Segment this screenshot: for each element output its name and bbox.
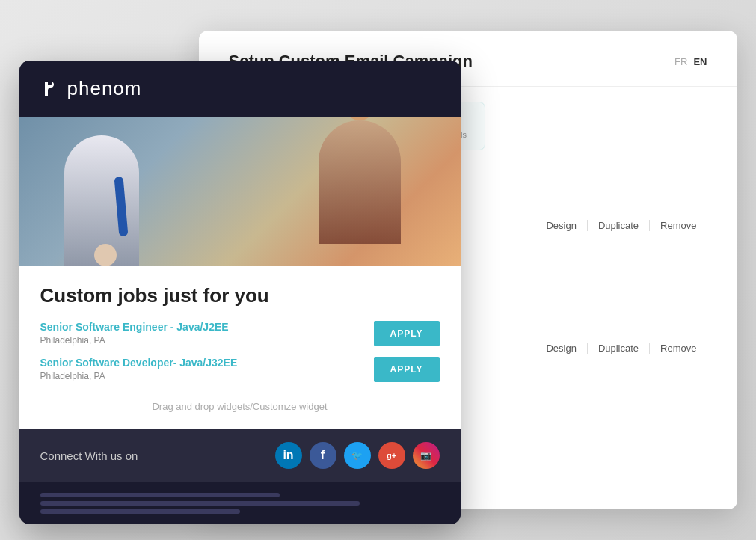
apply-button-1[interactable]: APPLY	[374, 321, 440, 346]
lang-switcher[interactable]: FR EN	[674, 56, 707, 67]
scene: Setup Custom Email Campaign FR EN ⏳ 3 Da…	[19, 16, 737, 524]
footer-line-2	[40, 501, 360, 506]
job-title-1: Senior Software Engineer - Java/J2EE	[40, 321, 229, 333]
phenom-p-icon	[40, 79, 61, 99]
footer-line-1	[40, 493, 280, 497]
lang-en[interactable]: EN	[693, 56, 707, 67]
email-hero-image	[19, 117, 461, 266]
duplicate-link-1[interactable]: Duplicate	[588, 220, 650, 231]
job-location-2: Philadelphia, PA	[40, 371, 238, 381]
twitter-icon[interactable]: 🐦	[344, 442, 371, 469]
social-text: Connect With us on	[40, 450, 138, 462]
footer-lines	[40, 493, 440, 514]
job-item-2: Senior Software Developer- Java/J32EE Ph…	[40, 357, 440, 382]
linkedin-icon[interactable]: in	[275, 442, 302, 469]
job-title-2: Senior Software Developer- Java/J32EE	[40, 357, 238, 369]
instagram-icon[interactable]: 📷	[413, 442, 440, 469]
duplicate-link-2[interactable]: Duplicate	[588, 343, 650, 354]
email-body: Custom jobs just for you Senior Software…	[19, 266, 461, 429]
brand-name: phenom	[67, 77, 142, 100]
dnd-hint: Drag and drop widgets/Customze widget	[40, 393, 440, 420]
design-link-1[interactable]: Design	[535, 220, 587, 231]
job-item-1: Senior Software Engineer - Java/J2EE Phi…	[40, 321, 440, 346]
social-icons: in f 🐦 g+ 📷	[275, 442, 440, 469]
email-social-bar: Connect With us on in f 🐦 g+ 📷	[19, 429, 461, 482]
footer-line-3	[40, 509, 240, 514]
email-header: phenom	[19, 61, 461, 117]
lang-fr[interactable]: FR	[674, 56, 687, 67]
remove-link-2[interactable]: Remove	[650, 343, 707, 354]
email-tagline: Custom jobs just for you	[40, 284, 440, 307]
apply-button-2[interactable]: APPLY	[374, 357, 440, 382]
design-link-2[interactable]: Design	[535, 343, 587, 354]
email-preview-card: phenom Custom jobs just for you	[19, 61, 461, 524]
email-preview: phenom Custom jobs just for you	[19, 61, 461, 524]
remove-link-1[interactable]: Remove	[650, 220, 707, 231]
email-footer	[19, 482, 461, 524]
phenom-logo: phenom	[40, 77, 142, 100]
job-location-1: Philadelphia, PA	[40, 335, 229, 346]
google-plus-icon[interactable]: g+	[378, 442, 405, 469]
facebook-icon[interactable]: f	[310, 442, 336, 469]
